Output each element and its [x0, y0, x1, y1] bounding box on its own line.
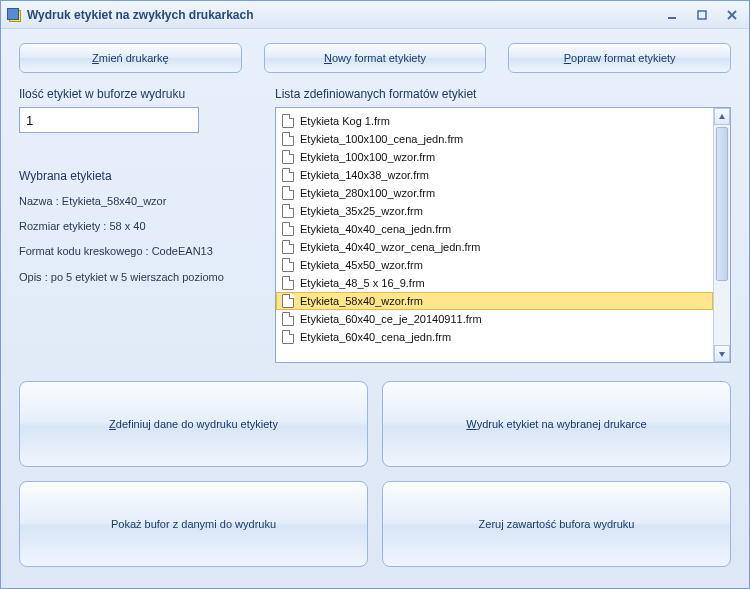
scroll-down-button[interactable]	[714, 345, 730, 362]
left-column: Ilość etykiet w buforze wydruku Wybrana …	[19, 87, 251, 363]
selected-size: Rozmiar etykiety : 58 x 40	[19, 220, 251, 233]
chevron-up-icon	[718, 113, 726, 121]
show-buffer-button[interactable]: Pokaż bufor z danymi do wydruku	[19, 481, 368, 567]
app-icon	[7, 8, 21, 22]
list-item-label: Etykieta_35x25_wzor.frm	[300, 205, 423, 217]
file-icon	[282, 240, 294, 254]
svg-marker-5	[719, 352, 725, 357]
new-format-button[interactable]: Nowy format etykiety	[264, 43, 487, 73]
buffer-qty-label: Ilość etykiet w buforze wydruku	[19, 87, 251, 101]
close-button[interactable]	[721, 7, 743, 23]
file-icon	[282, 168, 294, 182]
list-item-label: Etykieta_140x38_wzor.frm	[300, 169, 429, 181]
file-icon	[282, 150, 294, 164]
list-item-label: Etykieta_100x100_cena_jedn.frm	[300, 133, 463, 145]
print-selected-label: Wydruk etykiet na wybranej drukarce	[466, 418, 646, 430]
selected-label-heading: Wybrana etykieta	[19, 169, 251, 183]
list-item[interactable]: Etykieta_280x100_wzor.frm	[276, 184, 713, 202]
clear-buffer-label: Zeruj zawartość bufora wydruku	[479, 518, 635, 530]
file-icon	[282, 276, 294, 290]
close-icon	[726, 9, 738, 21]
list-item[interactable]: Etykieta_45x50_wzor.frm	[276, 256, 713, 274]
client-area: Zmień drukarkę Nowy format etykiety Popr…	[1, 29, 749, 581]
formats-list-label: Lista zdefiniowanych formatów etykiet	[275, 87, 731, 101]
list-item-label: Etykieta Kog 1.frm	[300, 115, 390, 127]
buffer-qty-input[interactable]	[19, 107, 199, 133]
define-data-label: Zdefiniuj dane do wydruku etykiety	[109, 418, 278, 430]
file-icon	[282, 186, 294, 200]
top-toolbar: Zmień drukarkę Nowy format etykiety Popr…	[19, 43, 731, 73]
scrollbar-thumb[interactable]	[716, 127, 728, 281]
maximize-icon	[696, 9, 708, 21]
file-icon	[282, 204, 294, 218]
file-icon	[282, 330, 294, 344]
list-item-label: Etykieta_40x40_cena_jedn.frm	[300, 223, 451, 235]
edit-format-button[interactable]: Popraw format etykiety	[508, 43, 731, 73]
list-item[interactable]: Etykieta Kog 1.frm	[276, 112, 713, 130]
list-item-label: Etykieta_58x40_wzor.frm	[300, 295, 423, 307]
window-controls	[661, 7, 743, 23]
list-item-label: Etykieta_60x40_cena_jedn.frm	[300, 331, 451, 343]
app-window: Wydruk etykiet na zwykłych drukarkach Zm…	[0, 0, 750, 589]
list-item[interactable]: Etykieta_48_5 x 16_9.frm	[276, 274, 713, 292]
list-item[interactable]: Etykieta_100x100_cena_jedn.frm	[276, 130, 713, 148]
print-selected-button[interactable]: Wydruk etykiet na wybranej drukarce	[382, 381, 731, 467]
list-item-label: Etykieta_45x50_wzor.frm	[300, 259, 423, 271]
right-column: Lista zdefiniowanych formatów etykiet Et…	[275, 87, 731, 363]
new-format-label: Nowy format etykiety	[324, 52, 426, 64]
list-item[interactable]: Etykieta_100x100_wzor.frm	[276, 148, 713, 166]
list-item[interactable]: Etykieta_60x40_ce_je_20140911.frm	[276, 310, 713, 328]
formats-listbox[interactable]: Etykieta Kog 1.frmEtykieta_100x100_cena_…	[275, 107, 731, 363]
svg-rect-1	[698, 11, 706, 19]
scroll-up-button[interactable]	[714, 108, 730, 125]
window-title: Wydruk etykiet na zwykłych drukarkach	[27, 8, 254, 22]
titlebar: Wydruk etykiet na zwykłych drukarkach	[1, 1, 749, 29]
clear-buffer-button[interactable]: Zeruj zawartość bufora wydruku	[382, 481, 731, 567]
action-buttons-grid: Zdefiniuj dane do wydruku etykiety Wydru…	[19, 381, 731, 567]
change-printer-button[interactable]: Zmień drukarkę	[19, 43, 242, 73]
selected-barcode: Format kodu kreskowego : CodeEAN13	[19, 245, 251, 258]
list-item-label: Etykieta_100x100_wzor.frm	[300, 151, 435, 163]
minimize-icon	[666, 9, 678, 21]
scrollbar-track[interactable]	[714, 125, 730, 345]
scrollbar	[713, 108, 730, 362]
file-icon	[282, 258, 294, 272]
file-icon	[282, 294, 294, 308]
show-buffer-label: Pokaż bufor z danymi do wydruku	[111, 518, 276, 530]
file-icon	[282, 132, 294, 146]
list-item-label: Etykieta_48_5 x 16_9.frm	[300, 277, 425, 289]
selected-desc: Opis : po 5 etykiet w 5 wierszach poziom…	[19, 271, 251, 284]
svg-marker-4	[719, 114, 725, 119]
define-data-button[interactable]: Zdefiniuj dane do wydruku etykiety	[19, 381, 368, 467]
list-item[interactable]: Etykieta_58x40_wzor.frm	[276, 292, 713, 310]
list-item-label: Etykieta_40x40_wzor_cena_jedn.frm	[300, 241, 480, 253]
list-item[interactable]: Etykieta_140x38_wzor.frm	[276, 166, 713, 184]
file-icon	[282, 114, 294, 128]
edit-format-label: Popraw format etykiety	[564, 52, 676, 64]
list-item[interactable]: Etykieta_40x40_wzor_cena_jedn.frm	[276, 238, 713, 256]
minimize-button[interactable]	[661, 7, 683, 23]
change-printer-label: Zmień drukarkę	[92, 52, 168, 64]
main-row: Ilość etykiet w buforze wydruku Wybrana …	[19, 87, 731, 363]
file-icon	[282, 312, 294, 326]
file-icon	[282, 222, 294, 236]
maximize-button[interactable]	[691, 7, 713, 23]
list-item-label: Etykieta_60x40_ce_je_20140911.frm	[300, 313, 482, 325]
list-item[interactable]: Etykieta_40x40_cena_jedn.frm	[276, 220, 713, 238]
chevron-down-icon	[718, 350, 726, 358]
selected-name: Nazwa : Etykieta_58x40_wzor	[19, 195, 251, 208]
list-item[interactable]: Etykieta_35x25_wzor.frm	[276, 202, 713, 220]
list-item-label: Etykieta_280x100_wzor.frm	[300, 187, 435, 199]
list-item[interactable]: Etykieta_60x40_cena_jedn.frm	[276, 328, 713, 346]
formats-list-inner: Etykieta Kog 1.frmEtykieta_100x100_cena_…	[276, 108, 713, 362]
